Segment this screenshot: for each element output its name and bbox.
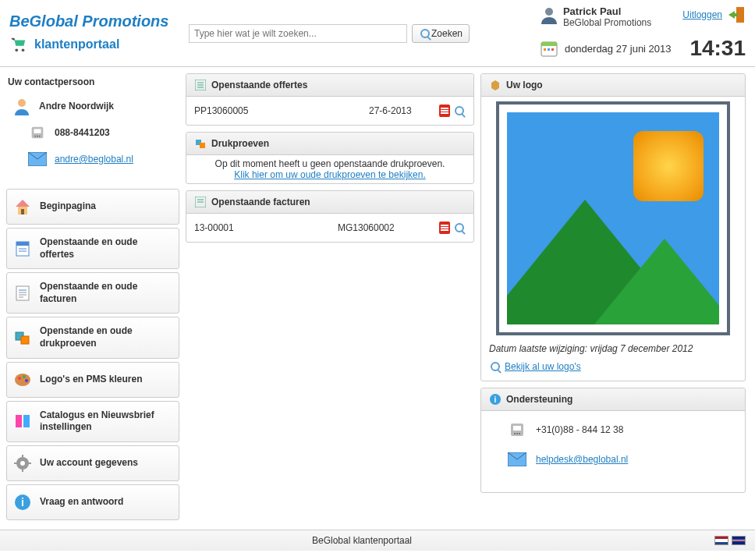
drukproeven-widget: Drukproeven Op dit moment heeft u geen o… <box>186 132 474 184</box>
nav-faq[interactable]: i Vraag en antwoord <box>6 484 179 520</box>
svg-point-30 <box>18 377 21 380</box>
phone-icon <box>508 420 526 439</box>
nav-account[interactable]: Uw account gegevens <box>6 445 179 481</box>
logo-link[interactable]: Bekijk al uw logo's <box>505 361 581 372</box>
svg-point-54 <box>514 433 516 434</box>
contact-heading: Uw contactpersoon <box>6 73 179 90</box>
svg-rect-17 <box>21 209 24 214</box>
svg-text:i: i <box>494 395 497 404</box>
svg-text:i: i <box>21 496 24 509</box>
logout-link[interactable]: Uitloggen <box>682 9 722 20</box>
search-input[interactable] <box>189 24 407 43</box>
nav-catalogus[interactable]: Catalogus en Nieuwsbrief instellingen <box>6 401 179 442</box>
main: Uw contactpersoon Andre Noordwijk 088-84… <box>0 67 755 530</box>
palette-icon <box>13 370 32 389</box>
contact-email-link[interactable]: andre@beglobal.nl <box>55 154 133 165</box>
cart-icon <box>9 35 28 54</box>
nav-label: Beginpagina <box>40 200 96 213</box>
svg-point-2 <box>545 8 553 16</box>
mail-icon <box>28 150 47 168</box>
app-subtitle: klantenportaal <box>34 37 119 51</box>
svg-point-1 <box>22 49 25 52</box>
nav-drukproeven[interactable]: Openstande en oude drukproeven <box>6 317 179 358</box>
support-title: Ondersteuning <box>506 394 572 405</box>
nav-label: Logo's en PMS kleuren <box>40 374 143 386</box>
drukproeven-empty: Op dit moment heeft u geen openstaande d… <box>186 158 473 169</box>
phone-icon <box>28 123 47 142</box>
logo-image <box>496 101 730 335</box>
offertes-title: Openstaande offertes <box>211 80 307 90</box>
calendar-icon <box>540 39 558 58</box>
right-column: Uw logo Datum laatste wijziging: vrijdag… <box>480 73 746 523</box>
invoice-list-icon <box>194 196 207 208</box>
logo-block: BeGlobal Promotions klantenportaal <box>9 12 181 54</box>
nav-label: Vraag en antwoord <box>40 496 123 509</box>
support-email-link[interactable]: helpdesk@beglobal.nl <box>536 454 628 465</box>
nav-home[interactable]: Beginpagina <box>6 189 179 225</box>
drukproeven-link[interactable]: Klik hier om uw oude drukproeven te beki… <box>234 169 425 180</box>
logo-widget: Uw logo Datum laatste wijziging: vrijdag… <box>480 73 746 381</box>
svg-rect-5 <box>541 42 557 46</box>
svg-rect-11 <box>34 129 41 133</box>
svg-point-55 <box>516 433 518 434</box>
logout[interactable]: Uitloggen <box>682 5 746 24</box>
factuur-row[interactable]: 13-00001 MG13060002 <box>194 218 466 237</box>
home-icon <box>13 197 32 216</box>
current-date: donderdag 27 juni 2013 <box>565 43 672 55</box>
search-button-label: Zoeken <box>431 28 463 39</box>
svg-point-0 <box>15 49 18 52</box>
document-icon <box>13 239 32 258</box>
user-name: Patrick Paul <box>563 5 651 17</box>
person-icon <box>12 97 31 115</box>
facturen-widget: Openstaande facturen 13-00001 MG13060002 <box>186 190 474 243</box>
offerte-id: PP13060005 <box>194 105 369 116</box>
pdf-icon[interactable] <box>439 222 450 234</box>
svg-rect-38 <box>28 463 31 464</box>
svg-point-34 <box>20 461 25 466</box>
nav-label: Openstaande en oude facturen <box>40 281 172 305</box>
mail-icon <box>508 450 526 469</box>
svg-rect-6 <box>544 48 546 51</box>
contact-panel: Uw contactpersoon Andre Noordwijk 088-84… <box>6 73 179 183</box>
gear-icon <box>13 454 32 473</box>
user-company: BeGlobal Promotions <box>563 17 651 28</box>
svg-point-32 <box>25 379 28 382</box>
user-avatar-icon <box>540 5 558 24</box>
current-time: 14:31 <box>689 36 746 61</box>
proofs-list-icon <box>194 137 207 150</box>
app-title: BeGlobal Promotions <box>9 12 181 30</box>
contact-email-row: andre@beglobal.nl <box>12 150 173 168</box>
nav-label: Openstaande en oude offertes <box>40 236 172 261</box>
view-icon[interactable] <box>453 222 466 234</box>
svg-rect-7 <box>548 48 550 51</box>
contact-name: Andre Noordwijk <box>39 101 114 112</box>
svg-point-31 <box>23 375 26 378</box>
logout-icon <box>727 5 746 24</box>
flag-uk-icon[interactable] <box>732 536 746 545</box>
nav-logos[interactable]: Logo's en PMS kleuren <box>6 362 179 398</box>
search-button[interactable]: Zoeken <box>412 24 470 43</box>
pdf-icon[interactable] <box>439 105 450 117</box>
svg-point-29 <box>15 374 30 386</box>
support-phone: +31(0)88 - 844 12 38 <box>536 424 623 435</box>
nav-facturen[interactable]: Openstaande en oude facturen <box>6 272 179 314</box>
svg-point-13 <box>37 136 38 137</box>
svg-rect-22 <box>16 286 29 300</box>
support-phone-row: +31(0)88 - 844 12 38 <box>508 420 737 439</box>
nav-offertes[interactable]: Openstaande en oude offertes <box>6 228 179 269</box>
language-flags <box>714 536 746 545</box>
svg-point-12 <box>34 136 36 137</box>
offerte-date: 27-6-2013 <box>369 105 439 116</box>
contact-phone-row: 088-8441203 <box>12 123 173 142</box>
flag-nl-icon[interactable] <box>714 536 728 545</box>
nav-label: Catalogus en Nieuwsbrief instellingen <box>40 409 172 434</box>
proofs-icon <box>13 328 32 347</box>
svg-point-56 <box>519 433 520 434</box>
view-icon[interactable] <box>453 105 466 117</box>
factuur-id: 13-00001 <box>194 222 338 233</box>
header: BeGlobal Promotions klantenportaal Zoeke… <box>0 0 755 67</box>
center-column: Openstaande offertes PP13060005 27-6-201… <box>186 73 474 523</box>
box-icon <box>489 79 502 91</box>
sidebar: Uw contactpersoon Andre Noordwijk 088-84… <box>6 73 179 523</box>
offerte-row[interactable]: PP13060005 27-6-2013 <box>194 101 466 120</box>
